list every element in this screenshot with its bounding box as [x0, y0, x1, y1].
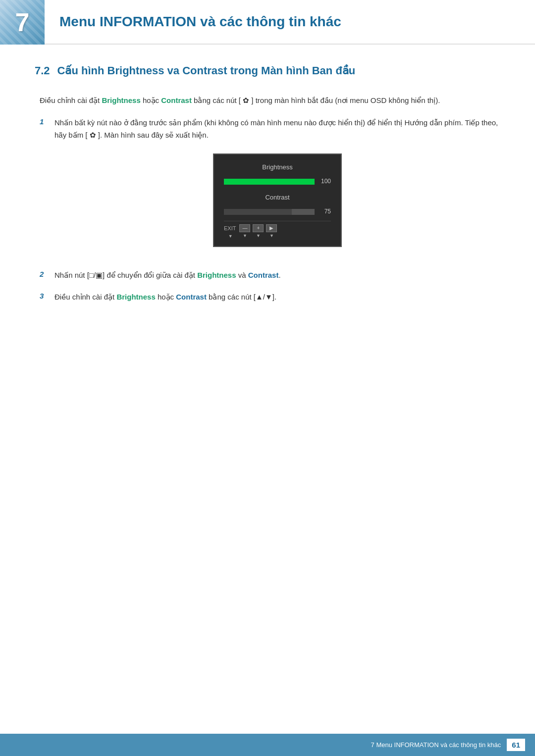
osd-exit-label: EXIT: [224, 224, 236, 233]
osd-btn2-arrow: ▼: [256, 232, 261, 240]
step-3-content: Điều chỉnh cài đặt Brightness hoặc Contr…: [54, 291, 500, 303]
page-header: 7 Menu INFORMATION và các thông tin khác: [0, 0, 535, 45]
step-1-text: Nhấn bất kỳ nút nào ở đằng trước sản phẩ…: [54, 118, 498, 139]
osd-btn1: —: [239, 224, 250, 232]
chapter-number: 7: [15, 7, 30, 37]
osd-container: Brightness 100 Contrast 75: [54, 153, 500, 247]
page-footer: 7 Menu INFORMATION và các thông tin khác…: [0, 734, 535, 756]
step-3-text-1: Điều chỉnh cài đặt: [54, 293, 116, 301]
intro-contrast: Contrast: [161, 96, 192, 104]
osd-brightness-bar-fill: [224, 179, 315, 185]
step-1-number: 1: [40, 117, 52, 259]
osd-contrast-bar-fill: [224, 209, 292, 215]
osd-contrast-row: 75: [224, 207, 331, 217]
step-2-text-2: và: [236, 271, 248, 279]
osd-brightness-label: Brightness: [224, 162, 331, 172]
chapter-badge: 7: [0, 0, 45, 45]
step-3-number: 3: [40, 292, 52, 303]
step-1: 1 Nhấn bất kỳ nút nào ở đằng trước sản p…: [35, 117, 500, 259]
osd-contrast-bar-bg: [224, 209, 315, 215]
intro-text-3: bằng các nút [ ✿ ] trong màn hình bắt đầ…: [192, 96, 440, 104]
intro-text-2: hoặc: [141, 96, 161, 104]
section-number: 7.2: [35, 64, 50, 77]
osd-btn1-arrow: ▼: [243, 232, 247, 240]
step-3-text-3: bằng các nút [▲/▼].: [207, 293, 276, 301]
osd-contrast-value: 75: [319, 207, 331, 217]
step-3-brightness: Brightness: [116, 293, 155, 301]
header-title-text: Menu INFORMATION và các thông tin khác: [59, 14, 341, 30]
intro-paragraph: Điều chỉnh cài đặt Brightness hoặc Contr…: [35, 95, 500, 107]
osd-btn3: ▶: [266, 224, 277, 232]
osd-btn3-col: ▶ ▼: [266, 224, 277, 240]
osd-brightness-row: 100: [224, 177, 331, 187]
step-2-text-3: .: [278, 271, 280, 279]
step-1-content: Nhấn bất kỳ nút nào ở đằng trước sản phẩ…: [54, 117, 500, 259]
osd-btn2-col: + ▼: [253, 224, 264, 240]
footer-page-number: 61: [507, 739, 525, 751]
osd-btn2: +: [253, 224, 264, 232]
osd-exit-arrow: ▼: [228, 233, 233, 240]
step-2-text-1: Nhấn nút [□/▣] để chuyển đổi giữa cài đặ…: [54, 271, 197, 279]
step-3-contrast: Contrast: [176, 293, 207, 301]
intro-brightness: Brightness: [102, 96, 140, 104]
osd-box: Brightness 100 Contrast 75: [213, 153, 342, 247]
step-3: 3 Điều chỉnh cài đặt Brightness hoặc Con…: [35, 291, 500, 303]
header-title-area: Menu INFORMATION và các thông tin khác: [45, 0, 535, 44]
osd-brightness-bar-bg: [224, 179, 315, 185]
step-2: 2 Nhấn nút [□/▣] để chuyển đổi giữa cài …: [35, 269, 500, 282]
step-2-number: 2: [40, 270, 52, 282]
osd-brightness-value: 100: [319, 177, 331, 187]
main-content: 7.2Cấu hình Brightness va Contrast trong…: [0, 45, 535, 353]
osd-exit-col: EXIT ▼: [224, 224, 237, 240]
step-3-text-2: hoặc: [156, 293, 176, 301]
step-2-content: Nhấn nút [□/▣] để chuyển đổi giữa cài đặ…: [54, 269, 500, 282]
step-2-brightness: Brightness: [197, 271, 236, 279]
step-2-contrast: Contrast: [248, 271, 279, 279]
footer-text: 7 Menu INFORMATION và các thông tin khác: [371, 741, 501, 749]
section-heading-wrapper: 7.2Cấu hình Brightness va Contrast trong…: [35, 64, 500, 77]
intro-text-1: Điều chỉnh cài đặt: [40, 96, 102, 104]
osd-contrast-label: Contrast: [224, 192, 331, 202]
section-title: Cấu hình Brightness va Contrast trong Mà…: [57, 64, 356, 77]
osd-footer: EXIT ▼ — ▼ + ▼ ▶ ▼: [224, 221, 331, 240]
osd-btn3-arrow: ▼: [269, 232, 274, 240]
osd-btn1-col: — ▼: [239, 224, 250, 240]
